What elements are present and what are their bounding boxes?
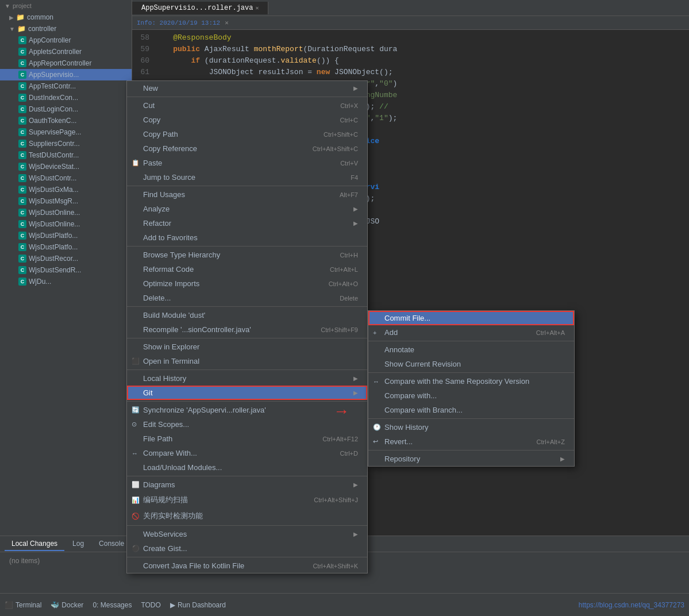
sidebar-item-wjsdust3[interactable]: C WjsDustMsgR... xyxy=(0,195,132,207)
menu-item-copyref[interactable]: Copy Reference Ctrl+Alt+Shift+C xyxy=(127,141,367,156)
status-todo[interactable]: TODO xyxy=(141,601,160,609)
class-icon: C xyxy=(18,117,26,125)
menu-item-copypath[interactable]: Copy Path Ctrl+Shift+C xyxy=(127,127,367,141)
menu-item-new[interactable]: New ▶ xyxy=(127,81,367,95)
menu-item-cut[interactable]: Cut Ctrl+X xyxy=(127,98,367,113)
sidebar-item-wjsdust8[interactable]: C WjsDustRecor... xyxy=(0,253,132,264)
editor-tab[interactable]: AppSupervisio...roller.java ✕ xyxy=(132,2,268,14)
menu-item-reformat[interactable]: Reformat Code Ctrl+Alt+L xyxy=(127,262,367,276)
sidebar-item-apptest[interactable]: C AppTestContr... xyxy=(0,80,132,92)
sidebar-item-label: AppletsController xyxy=(29,48,82,56)
menu-item-compare[interactable]: ↔ Compare With... Ctrl+D xyxy=(127,446,367,460)
git-submenu: Commit File... + Add Ctrl+Alt+A Annotate… xyxy=(368,310,575,467)
menu-item-annotate[interactable]: Annotate xyxy=(368,342,574,357)
sidebar-item-app-controller[interactable]: C AppController xyxy=(0,34,132,46)
menu-item-openinterminal[interactable]: ⬛ Open in Terminal xyxy=(127,354,367,368)
menu-item-add[interactable]: + Add Ctrl+Alt+A xyxy=(368,325,574,340)
menu-separator xyxy=(368,450,574,451)
sidebar-item-wjsdust7[interactable]: C WjsDustPlatfo... xyxy=(0,241,132,253)
menu-item-analyze[interactable]: Analyze ▶ xyxy=(127,202,367,216)
menu-item-filepath[interactable]: File Path Ctrl+Alt+F12 xyxy=(127,432,367,446)
sidebar-item-controller[interactable]: ▼ 📁 controller xyxy=(0,23,132,34)
sidebar-item-wjdu[interactable]: C WjDu... xyxy=(0,276,132,287)
menu-item-repository[interactable]: Repository ▶ xyxy=(368,452,574,466)
close-icon[interactable]: ✕ xyxy=(255,5,259,11)
sidebar-item-wjsdust5[interactable]: C WjsDustOnline... xyxy=(0,218,132,230)
class-icon: C xyxy=(18,59,26,67)
sidebar-item-wjsdust1[interactable]: C WjsDustContr... xyxy=(0,172,132,184)
class-icon: C xyxy=(18,186,26,194)
class-icon: C xyxy=(18,266,26,274)
sidebar-item-applets[interactable]: C AppletsController xyxy=(0,46,132,57)
sidebar-item-common[interactable]: ▶ 📁 common xyxy=(0,11,132,23)
menu-item-comparewith[interactable]: Compare with... xyxy=(368,388,574,403)
codescan-icon: 📊 xyxy=(132,496,140,504)
menu-item-build[interactable]: Build Module 'dust' xyxy=(127,308,367,322)
status-rundashboard[interactable]: ▶ Run Dashboard xyxy=(170,601,226,609)
menu-item-paste[interactable]: 📋 Paste Ctrl+V xyxy=(127,156,367,170)
class-icon: C xyxy=(18,232,26,240)
sidebar-item-oauth[interactable]: C OauthTokenC... xyxy=(0,115,132,126)
sidebar-item-dustlogin[interactable]: C DustLoginCon... xyxy=(0,103,132,115)
status-terminal[interactable]: ⬛ Terminal xyxy=(5,601,41,609)
sidebar-item-wjsdust9[interactable]: C WjsDustSendR... xyxy=(0,264,132,276)
menu-item-optimize[interactable]: Optimize Imports Ctrl+Alt+O xyxy=(127,276,367,291)
menu-item-codescan[interactable]: 📊 编码规约扫描 Ctrl+Alt+Shift+J xyxy=(127,492,367,508)
status-messages[interactable]: 0: Messages xyxy=(93,601,132,609)
menu-item-revert[interactable]: ↩ Revert... Ctrl+Alt+Z xyxy=(368,434,574,449)
tab-local-changes[interactable]: Local Changes xyxy=(5,537,64,551)
sidebar-header: ▼ project xyxy=(0,0,132,11)
menu-item-refactor[interactable]: Refactor ▶ xyxy=(127,216,367,230)
menu-item-favorites[interactable]: Add to Favorites xyxy=(127,230,367,245)
tab-label: AppSupervisio...roller.java xyxy=(141,4,253,12)
menu-item-loadmodules[interactable]: Load/Unload Modules... xyxy=(127,460,367,475)
sidebar-item-wjsdevice[interactable]: C WjsDeviceStat... xyxy=(0,161,132,172)
sidebar-item-supervisepage[interactable]: C SupervisePage... xyxy=(0,126,132,138)
menu-item-comparebranch[interactable]: Compare with Branch... xyxy=(368,403,574,417)
tab-log[interactable]: Log xyxy=(66,537,91,551)
sidebar-item-wjsdust6[interactable]: C WjsDustPlatfo... xyxy=(0,230,132,241)
tab-console[interactable]: Console xyxy=(92,537,131,551)
sidebar-item-wjsdust4[interactable]: C WjsDustOnline... xyxy=(0,207,132,218)
sidebar-item-wjsdust2[interactable]: C WjsDustGxMa... xyxy=(0,184,132,195)
menu-item-showcurrentrev[interactable]: Show Current Revision xyxy=(368,357,574,371)
menu-item-localhistory[interactable]: Local History ▶ xyxy=(127,371,367,386)
sidebar-item-suppliers[interactable]: C SuppliersContr... xyxy=(0,138,132,149)
menu-item-recompile[interactable]: Recompile '...sionController.java' Ctrl+… xyxy=(127,322,367,337)
menu-item-copy[interactable]: Copy Ctrl+C xyxy=(127,113,367,127)
menu-item-convertkotlin[interactable]: Convert Java File to Kotlin File Ctrl+Al… xyxy=(127,559,367,573)
menu-label: WebServices xyxy=(143,530,187,538)
expand-arrow[interactable]: ▼ xyxy=(5,3,10,9)
sidebar-item-label: WjsDustContr... xyxy=(29,174,76,182)
sidebar-item-appsupervisio[interactable]: C AppSupervisio... xyxy=(0,69,132,80)
info-close[interactable]: ✕ xyxy=(225,19,229,26)
menu-separator xyxy=(127,338,367,338)
menu-item-editscopes[interactable]: ⊙ Edit Scopes... xyxy=(127,417,367,432)
menu-separator xyxy=(368,341,574,341)
menu-item-findusages[interactable]: Find Usages Alt+F7 xyxy=(127,187,367,202)
menu-item-commitfile[interactable]: Commit File... xyxy=(368,311,574,325)
shortcut-label: Alt+F7 xyxy=(340,191,358,198)
menu-label: Browse Type Hierarchy xyxy=(143,251,220,259)
menu-item-closedetect[interactable]: 🚫 关闭实时检测功能 xyxy=(127,508,367,524)
sidebar-item-testdust[interactable]: C TestDUstContr... xyxy=(0,149,132,161)
messages-label: 0: Messages xyxy=(93,601,132,609)
menu-item-showinexplorer[interactable]: Show in Explorer xyxy=(127,340,367,354)
sidebar: ▼ project ▶ 📁 common ▼ 📁 controller C Ap… xyxy=(0,0,132,580)
sidebar-item-appreport[interactable]: C AppReportController xyxy=(0,57,132,69)
menu-item-git[interactable]: Git ▶ xyxy=(127,386,367,400)
menu-item-sync[interactable]: 🔄 Synchronize 'AppSupervi...roller.java' xyxy=(127,403,367,417)
menu-item-webservices[interactable]: WebServices ▶ xyxy=(127,527,367,541)
menu-item-creategist[interactable]: ⚫ Create Gist... xyxy=(127,541,367,556)
menu-item-diagrams[interactable]: ⬜ Diagrams ▶ xyxy=(127,478,367,492)
submenu-arrow-icon: ▶ xyxy=(353,220,358,226)
status-docker[interactable]: 🐳 Docker xyxy=(51,601,83,609)
shortcut-label: Ctrl+Alt+Shift+J xyxy=(314,496,358,503)
menu-item-hierarchy[interactable]: Browse Type Hierarchy Ctrl+H xyxy=(127,248,367,262)
menu-item-delete[interactable]: Delete... Delete xyxy=(127,291,367,305)
menu-item-jump[interactable]: Jump to Source F4 xyxy=(127,170,367,184)
menu-item-comparesame[interactable]: ↔ Compare with the Same Repository Versi… xyxy=(368,374,574,388)
menu-item-showhistory[interactable]: 🕐 Show History xyxy=(368,420,574,434)
sidebar-item-label: SupervisePage... xyxy=(29,128,81,136)
sidebar-item-dustindex[interactable]: C DustIndexCon... xyxy=(0,92,132,103)
